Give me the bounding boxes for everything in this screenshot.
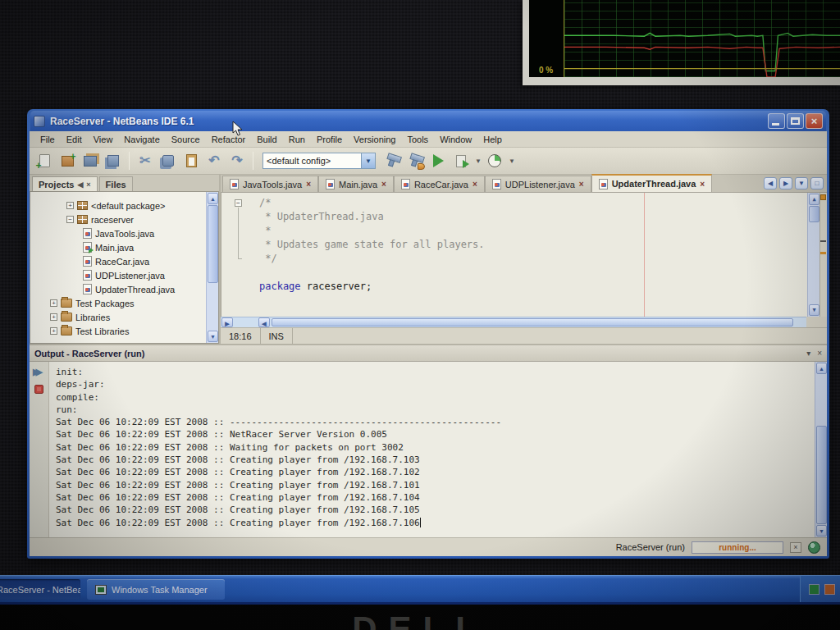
output-header[interactable]: Output - RaceServer (run) ▾ × <box>30 345 827 362</box>
scroll-tabs-left-icon[interactable]: ◀ <box>764 177 777 189</box>
editor-tab-updaterthread[interactable]: UpdaterThread.java × <box>591 174 713 192</box>
tree-item-libraries[interactable]: + Libraries <box>30 310 206 324</box>
scrollbar-thumb[interactable] <box>816 426 827 524</box>
rerun-icon[interactable]: ▶▶ <box>33 367 39 377</box>
menu-run[interactable]: Run <box>283 135 311 144</box>
tree-item-test-libraries[interactable]: + Test Libraries <box>30 324 206 338</box>
undo-button[interactable]: ↶ <box>204 151 224 171</box>
tree-item-main[interactable]: Main.java <box>30 240 206 254</box>
menu-navigate[interactable]: Navigate <box>118 135 165 144</box>
scroll-down-icon[interactable]: ▼ <box>208 331 218 342</box>
output-log[interactable]: init: deps-jar: compile: run: Sat Dec 06… <box>56 366 812 529</box>
menu-tools[interactable]: Tools <box>401 135 434 144</box>
scroll-tabs-right-icon[interactable]: ▶ <box>779 177 792 189</box>
stop-icon[interactable] <box>34 385 43 394</box>
close-tab-icon[interactable]: × <box>700 180 705 189</box>
tree-item-javatools[interactable]: JavaTools.java <box>30 226 206 240</box>
scrollbar-thumb[interactable] <box>272 318 793 326</box>
save-all-button[interactable] <box>103 151 123 171</box>
editor-tab-udplistener[interactable]: UDPListener.java × <box>485 176 591 192</box>
minimize-button[interactable] <box>768 113 785 129</box>
menu-build[interactable]: Build <box>251 135 282 144</box>
tree-item-default-package[interactable]: + <default package> <box>30 199 206 212</box>
scroll-up-icon[interactable]: ▲ <box>208 193 218 204</box>
expand-icon[interactable]: + <box>50 313 57 321</box>
tray-icon[interactable] <box>809 584 819 595</box>
taskbar-button-netbeans[interactable]: RaceServer - NetBea... <box>0 579 80 600</box>
new-file-button[interactable] <box>34 151 54 171</box>
menu-edit[interactable]: Edit <box>61 135 88 144</box>
redo-button[interactable]: ↷ <box>227 151 247 171</box>
editor-tab-racecar[interactable]: RaceCar.java × <box>394 176 485 192</box>
tab-list-dropdown-icon[interactable]: ▼ <box>795 177 808 189</box>
scroll-down-icon[interactable]: ▼ <box>816 525 827 536</box>
title-bar[interactable]: RaceServer - NetBeans IDE 6.1 × <box>30 111 826 131</box>
close-output-icon[interactable]: × <box>817 349 822 358</box>
tree-item-test-packages[interactable]: + Test Packages <box>30 296 206 310</box>
scrollbar-thumb[interactable] <box>208 205 218 283</box>
close-tab-icon[interactable]: × <box>306 180 311 189</box>
config-dropdown[interactable]: <default config> ▼ <box>262 153 376 169</box>
expand-icon[interactable]: + <box>66 202 74 209</box>
cut-button[interactable]: ✂ <box>135 151 155 171</box>
build-project-button[interactable] <box>382 151 402 171</box>
clean-build-button[interactable] <box>405 151 425 171</box>
tree-item-udplistener[interactable]: UDPListener.java <box>30 268 206 282</box>
maximize-button[interactable] <box>787 113 804 129</box>
restore-panel-icon[interactable]: ▾ <box>806 349 810 358</box>
code-fold-icon[interactable]: − <box>235 199 242 207</box>
scroll-left-icon[interactable]: ◀ <box>258 317 270 327</box>
stripe-mark[interactable] <box>820 252 826 254</box>
scroll-down-icon[interactable]: ▼ <box>809 304 819 316</box>
menu-help[interactable]: Help <box>477 135 508 144</box>
scrollbar-thumb[interactable] <box>809 206 819 222</box>
run-project-button[interactable] <box>428 151 448 171</box>
editor-hscrollbar[interactable]: ◀ ▶ <box>221 317 806 327</box>
expand-icon[interactable]: + <box>50 327 57 335</box>
copy-button[interactable] <box>158 151 178 171</box>
profile-project-button[interactable] <box>485 151 504 171</box>
menu-source[interactable]: Source <box>166 135 206 144</box>
menu-profile[interactable]: Profile <box>311 135 348 144</box>
insert-mode-toggle[interactable]: INS <box>261 328 293 344</box>
stripe-mark[interactable] <box>820 240 826 242</box>
tree-item-racecar[interactable]: RaceCar.java <box>30 254 206 268</box>
debug-project-button[interactable] <box>451 151 471 171</box>
close-tab-icon[interactable]: × <box>579 180 584 189</box>
tab-files[interactable]: Files <box>99 176 133 191</box>
tree-item-updaterthread[interactable]: UpdaterThread.java <box>30 282 206 296</box>
chevron-down-icon[interactable]: ▼ <box>475 158 482 165</box>
menu-window[interactable]: Window <box>434 135 477 144</box>
taskbar-button-taskmanager[interactable]: Windows Task Manager <box>87 579 225 600</box>
close-tab-icon[interactable]: × <box>472 180 477 189</box>
editor-tab-main[interactable]: Main.java × <box>318 176 394 192</box>
menu-view[interactable]: View <box>88 135 119 144</box>
minimize-panel-icon[interactable]: ◀ <box>77 180 83 189</box>
scroll-up-icon[interactable]: ▲ <box>816 363 827 374</box>
open-project-button[interactable] <box>80 151 100 171</box>
task-manager-window-fragment[interactable]: 0 % <box>523 0 840 85</box>
tree-item-raceserver[interactable]: − raceserver <box>30 212 206 226</box>
projects-scrollbar[interactable]: ▲ ▼ <box>206 192 218 343</box>
close-panel-icon[interactable]: × <box>86 180 90 189</box>
menu-versioning[interactable]: Versioning <box>348 135 401 144</box>
paste-button[interactable] <box>181 151 201 171</box>
chevron-down-icon[interactable]: ▼ <box>361 153 375 168</box>
scroll-right-icon[interactable]: ▶ <box>221 317 233 327</box>
tab-projects[interactable]: Projects ◀ × <box>32 176 98 191</box>
code-editor[interactable]: − /* * UpdaterThread.java * * Updates ga… <box>221 193 827 317</box>
output-scrollbar[interactable]: ▲ ▼ <box>815 362 827 537</box>
new-project-button[interactable] <box>57 151 77 171</box>
editor-tab-javatools[interactable]: JavaTools.java × <box>222 176 318 192</box>
collapse-icon[interactable]: − <box>66 216 74 223</box>
expand-icon[interactable]: + <box>50 299 57 307</box>
chevron-down-icon[interactable]: ▼ <box>509 158 515 165</box>
menu-file[interactable]: File <box>34 135 61 144</box>
scroll-up-icon[interactable]: ▲ <box>809 194 819 205</box>
close-button[interactable]: × <box>806 113 823 129</box>
editor-scrollbar[interactable]: ▲ ▼ <box>807 193 819 317</box>
tray-icon[interactable] <box>824 584 835 595</box>
menu-refactor[interactable]: Refactor <box>206 135 252 144</box>
maximize-editor-icon[interactable]: □ <box>810 177 824 189</box>
close-tab-icon[interactable]: × <box>381 180 386 189</box>
